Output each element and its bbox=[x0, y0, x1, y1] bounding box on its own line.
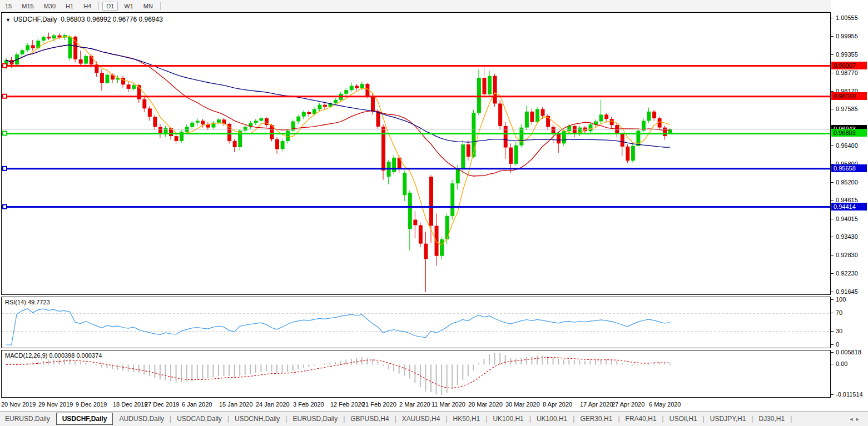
chart-tab-uk100-h1[interactable]: UK100,H1 bbox=[532, 413, 572, 425]
chart-tab-eurusd-daily[interactable]: EURUSD,Daily bbox=[287, 413, 343, 425]
chart-tab-usdchf-daily[interactable]: USDCHF,Daily bbox=[56, 413, 113, 425]
date-tick-label: 12 Feb 2020 bbox=[330, 401, 365, 408]
timeframe-button-h1[interactable]: H1 bbox=[62, 2, 77, 11]
rsi-tick-label: 30 bbox=[836, 328, 842, 335]
axis-tick-mark bbox=[831, 109, 834, 109]
axis-tick-mark bbox=[831, 146, 834, 146]
date-tick-label: 15 Jan 2020 bbox=[219, 401, 253, 408]
price-tick-label: 0.97585 bbox=[836, 106, 858, 113]
macd-indicator-pane[interactable]: MACD(12,26,9) 0.000398 0.000374 bbox=[1, 350, 831, 398]
macd-min-label: -0.011514 bbox=[836, 391, 863, 398]
timeframe-button-h4[interactable]: H4 bbox=[80, 2, 95, 11]
macd-zero-label: 0.00 bbox=[836, 360, 847, 368]
chart-tab-usdcad-daily[interactable]: USDCAD,Daily bbox=[172, 413, 227, 425]
hline-handle-0.99007[interactable] bbox=[3, 64, 7, 68]
rsi-indicator-pane[interactable]: RSI(14) 49.7723 bbox=[1, 297, 831, 348]
hline-handle-0.94414[interactable] bbox=[3, 205, 7, 209]
price-badge-0.96803: 0.96803 bbox=[831, 129, 867, 137]
date-tick-label: 29 Nov 2019 bbox=[38, 401, 73, 408]
price-tick-label: 0.99955 bbox=[836, 33, 858, 40]
price-axis[interactable]: 1.005550.999550.993550.987700.981700.975… bbox=[831, 0, 868, 411]
chart-tab-fra40-h1[interactable]: FRA40,H1 bbox=[621, 413, 662, 425]
price-tick-label: 0.93430 bbox=[836, 233, 858, 240]
chart-tab-xauusd-h4[interactable]: XAUUSD,H4 bbox=[397, 413, 445, 425]
hline-handle-0.9801[interactable] bbox=[3, 94, 7, 98]
timeframe-toolbar: 15M15M30H1H4D1W1MN bbox=[0, 0, 868, 12]
timeframe-button-m15[interactable]: M15 bbox=[18, 2, 37, 11]
price-badge-0.99007: 0.99007 bbox=[831, 62, 867, 69]
price-tick-label: 0.99355 bbox=[836, 51, 858, 58]
macd-signal-line bbox=[6, 358, 670, 388]
price-tick-label: 0.96400 bbox=[836, 142, 858, 149]
chart-tab-usdcnh-daily[interactable]: USDCNH,Daily bbox=[230, 413, 285, 425]
toolbar-separator bbox=[160, 2, 161, 10]
axis-tick-mark bbox=[831, 36, 834, 37]
axis-tick-mark bbox=[831, 299, 834, 300]
price-tick-label: 0.94015 bbox=[836, 215, 858, 223]
chart-tab-gbpusd-h4[interactable]: GBPUSD,H4 bbox=[345, 413, 394, 425]
date-tick-label: 11 Mar 2020 bbox=[431, 401, 465, 408]
axis-tick-mark bbox=[831, 331, 834, 332]
price-tick-label: 0.92230 bbox=[836, 270, 858, 277]
axis-tick-mark bbox=[831, 344, 834, 345]
timeframe-button-mn[interactable]: MN bbox=[140, 2, 157, 11]
date-tick-label: 24 Jan 2020 bbox=[256, 401, 290, 408]
chart-open-value: 0.96803 bbox=[61, 16, 85, 23]
chart-tab-audusd-daily[interactable]: AUDUSD,Daily bbox=[114, 413, 169, 425]
axis-tick-mark bbox=[831, 255, 834, 255]
chart-tabs-bar: EURUSD,DailyUSDCHF,DailyAUDUSD,Daily|USD… bbox=[0, 411, 868, 426]
macd-max-label: 0.005818 bbox=[836, 349, 861, 356]
timeframe-button-d1[interactable]: D1 bbox=[102, 2, 118, 11]
date-tick-label: 20 Mar 2020 bbox=[468, 401, 503, 408]
price-tick-label: 0.98770 bbox=[836, 69, 858, 77]
hline-handle-0.96803[interactable] bbox=[3, 131, 7, 135]
axis-tick-mark bbox=[831, 73, 834, 73]
macd-histogram bbox=[6, 353, 670, 395]
date-tick-label: 2 Mar 2020 bbox=[399, 401, 430, 408]
chart-tab-eurusd-daily[interactable]: EURUSD,Daily bbox=[0, 413, 55, 425]
fast-ma-line bbox=[6, 37, 670, 245]
price-chart-pane[interactable]: ▼USDCHF,Daily 0.96803 0.96992 0.96776 0.… bbox=[1, 12, 831, 295]
date-tick-label: 3 Feb 2020 bbox=[293, 401, 324, 408]
chart-close-value: 0.96943 bbox=[138, 16, 162, 23]
timeframe-button-m30[interactable]: M30 bbox=[40, 2, 59, 11]
tabs-scroll-right-icon[interactable]: ▸ bbox=[856, 415, 862, 422]
timeframe-button-w1[interactable]: W1 bbox=[120, 2, 137, 11]
axis-tick-mark bbox=[831, 200, 834, 201]
chart-high-value: 0.96992 bbox=[87, 16, 111, 23]
chart-tab-ger30-h1[interactable]: GER30,H1 bbox=[575, 413, 617, 425]
timeframe-button-15[interactable]: 15 bbox=[1, 2, 16, 11]
axis-tick-mark bbox=[831, 18, 834, 18]
axis-tick-mark bbox=[831, 219, 834, 219]
date-tick-label: 27 Apr 2020 bbox=[612, 401, 644, 408]
date-tick-label: 6 Jan 2020 bbox=[182, 401, 212, 408]
rsi-levels bbox=[2, 313, 830, 331]
price-tick-label: 1.00555 bbox=[836, 14, 858, 22]
axis-tick-mark bbox=[831, 364, 834, 364]
axis-tick-mark bbox=[831, 237, 834, 237]
rsi-line bbox=[6, 309, 670, 345]
axis-tick-mark bbox=[831, 54, 834, 55]
candlestick-chart bbox=[2, 13, 830, 294]
chart-tab-uk100-h1[interactable]: UK100,H1 bbox=[488, 413, 528, 425]
date-tick-label: 17 Apr 2020 bbox=[580, 401, 613, 408]
rsi-label: RSI(14) 49.7723 bbox=[5, 299, 50, 305]
price-tick-label: 0.91645 bbox=[836, 288, 858, 295]
chart-tab-usdjpy-h1[interactable]: USDJPY,H1 bbox=[705, 413, 751, 425]
date-tick-label: 8 Apr 2020 bbox=[543, 401, 572, 408]
date-tick-label: 30 Mar 2020 bbox=[505, 401, 540, 408]
chart-tab-usoil-h1[interactable]: USOil,H1 bbox=[664, 413, 702, 425]
chart-tab-hk50-h1[interactable]: HK50,H1 bbox=[448, 413, 485, 425]
axis-tick-mark bbox=[831, 313, 834, 313]
hline-handle-0.95658[interactable] bbox=[3, 167, 7, 171]
axis-tick-mark bbox=[831, 292, 834, 292]
tab-separator: | bbox=[790, 415, 792, 423]
chart-dropdown-icon[interactable]: ▼ bbox=[6, 17, 11, 23]
price-tick-label: 0.92830 bbox=[836, 252, 858, 259]
time-axis[interactable]: 20 Nov 201929 Nov 20199 Dec 201918 Dec 2… bbox=[1, 398, 831, 410]
price-badge-0.94414: 0.94414 bbox=[831, 203, 867, 211]
rsi-plot bbox=[2, 297, 830, 348]
rsi-tick-label: 0 bbox=[836, 341, 839, 348]
chart-tab-dj30-h1[interactable]: DJ30,H1 bbox=[753, 413, 790, 425]
tabs-scroll-left-icon[interactable]: ◂ bbox=[850, 415, 856, 422]
